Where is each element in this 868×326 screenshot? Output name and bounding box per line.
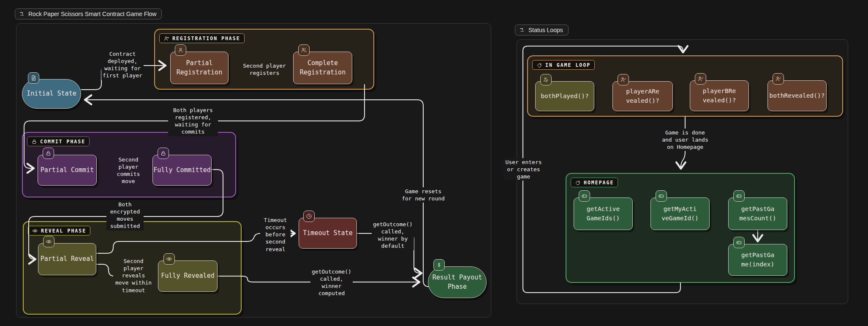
- file-text-icon: [28, 72, 39, 84]
- node-get-my-active-game-id[interactable]: getMyActi veGameId(): [650, 197, 710, 230]
- edge-label-outcome-default: getOutcome() called, winner by default: [372, 220, 414, 250]
- gamepad-icon: [579, 190, 590, 202]
- eye-icon: [163, 253, 175, 265]
- node-fully-revealed[interactable]: Fully Revealed: [158, 260, 218, 292]
- people-icon: [298, 44, 310, 56]
- node-both-revealed[interactable]: bothRevealed()?: [767, 80, 827, 111]
- node-partial-reveal[interactable]: Partial Reveal: [38, 243, 96, 275]
- flow-icon: [19, 11, 25, 17]
- diagram-canvas: Rock Paper Scissors Smart Contract Game …: [0, 0, 868, 326]
- edge-label-game-resets: Game resets for new round: [400, 187, 447, 203]
- edge-label-both-registered: Both players registered, waiting for com…: [168, 106, 218, 136]
- edge-label-timeout-occurs: Timeout occurs before second reveal: [260, 216, 291, 253]
- person-check-icon: [618, 74, 629, 85]
- node-partial-commit[interactable]: Partial Commit: [38, 155, 97, 186]
- node-fully-committed[interactable]: Fully Committed: [152, 155, 212, 186]
- node-both-played[interactable]: bothPlayed()?: [535, 81, 594, 111]
- gamepad-icon: [733, 237, 745, 248]
- node-get-past-game[interactable]: getPastGa me(index): [728, 244, 787, 276]
- person-edit-icon: [540, 74, 552, 85]
- gamepad-icon: [656, 190, 667, 202]
- node-get-active-game-ids[interactable]: getActive GameIds(): [574, 197, 633, 230]
- edge-label-contract-deployed: Contract deployed, waiting for first pla…: [101, 50, 144, 80]
- node-player-a-revealed[interactable]: playerARe vealed()?: [612, 81, 673, 111]
- person-check-icon: [773, 73, 784, 85]
- edge-label-second-player-commits: Second player commits move: [113, 156, 144, 186]
- node-player-b-revealed[interactable]: playerBRe vealed()?: [690, 80, 749, 111]
- dollar-icon: [433, 259, 445, 271]
- clock-icon: [303, 211, 315, 222]
- person-check-icon: [695, 73, 706, 85]
- node-complete-registration[interactable]: Complete Registration: [293, 52, 352, 84]
- edge-label-second-player-registers: Second player registers: [241, 62, 288, 77]
- edge-label-outcome-computed: getOutcome() called, winner computed: [310, 268, 353, 298]
- node-result-payout-phase[interactable]: Result Payout Phase: [428, 266, 487, 298]
- node-get-past-games-count[interactable]: getPastGa mesCount(): [728, 197, 787, 230]
- edge-label-game-done: Game is done and user lands on Homepage: [660, 129, 710, 151]
- edge-label-second-player-reveals: Second player reveals move within timeou…: [113, 257, 154, 294]
- right-diagram-title: Status Loops: [528, 27, 563, 33]
- edge-label-both-encrypted: Both encrypted moves submitted: [106, 200, 144, 230]
- person-icon: [175, 44, 186, 56]
- lock-icon: [43, 148, 54, 159]
- edge-label-user-enters: User enters or creates game: [503, 158, 544, 181]
- right-diagram-title-badge[interactable]: Status Loops: [515, 25, 569, 36]
- flow-icon: [519, 27, 525, 33]
- gamepad-icon: [733, 190, 745, 202]
- node-timeout-state[interactable]: Timeout State: [299, 218, 357, 249]
- left-diagram-title: Rock Paper Scissors Smart Contract Game …: [28, 11, 156, 17]
- node-partial-registration[interactable]: Partial Registration: [170, 52, 229, 84]
- left-diagram-title-badge[interactable]: Rock Paper Scissors Smart Contract Game …: [15, 8, 162, 19]
- eye-icon: [43, 236, 54, 247]
- lock-icon: [158, 148, 169, 159]
